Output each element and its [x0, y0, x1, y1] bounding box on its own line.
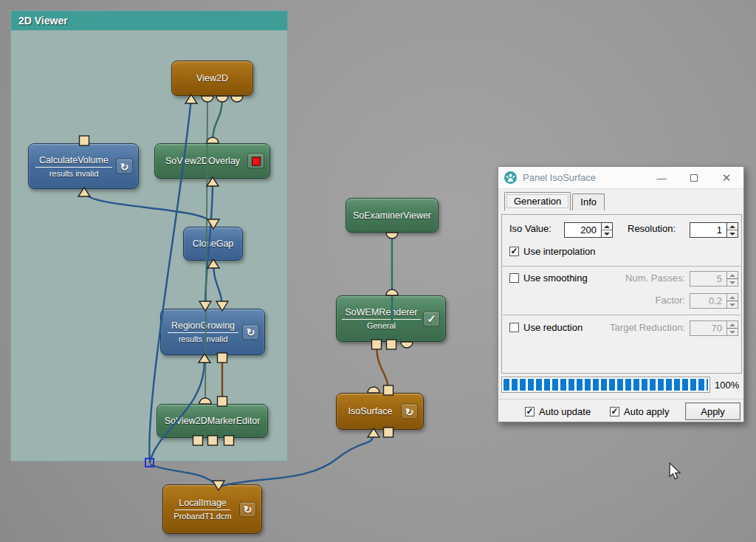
checkmark-icon: ✓ — [526, 407, 533, 416]
toggle-button[interactable]: ✓ — [423, 311, 440, 326]
connection-isosurface-wemrenderer[interactable] — [377, 345, 388, 391]
close-icon: ✕ — [722, 171, 732, 185]
node-closegap[interactable]: CloseGap — [183, 227, 243, 261]
generation-groupbox: Iso Value: 200 Resolution: 1 ✓ Use inter… — [501, 214, 742, 374]
group-title: 2D Viewer — [18, 15, 68, 27]
refresh-icon: ↻ — [405, 405, 414, 417]
group-header[interactable]: 2D Viewer — [11, 11, 287, 30]
spin-up-icon — [729, 225, 735, 228]
connector-scene-input[interactable] — [386, 233, 398, 239]
spin-up-icon — [729, 274, 735, 277]
connector-scene-output[interactable] — [386, 289, 398, 295]
node-title: SoExaminerViewer — [353, 210, 431, 221]
connection-localimage-junction[interactable] — [151, 464, 217, 487]
spin-arrows — [726, 272, 738, 286]
tab-bar: Generation Info — [504, 192, 605, 210]
maximize-button[interactable] — [683, 167, 705, 189]
separator — [503, 266, 740, 267]
node-title: CloseGap — [193, 239, 234, 249]
mouse-cursor — [668, 462, 681, 480]
auto-apply-checkbox[interactable]: ✓ — [610, 407, 619, 416]
node-title: SoWEMRenderer — [342, 307, 422, 320]
factor-label: Factor: — [656, 295, 685, 306]
node-calculatevolume[interactable]: CalculateVolume results invalid ↻ — [28, 143, 139, 189]
spin-arrows[interactable] — [601, 223, 612, 237]
node-title: View2D — [196, 73, 228, 83]
node-regiongrowing[interactable]: RegionGrowing results invalid ↻ — [160, 309, 265, 355]
target-reduction-spinbox: 70 — [690, 320, 738, 336]
node-soexaminerviewer[interactable]: SoExaminerViewer — [346, 198, 439, 233]
node-status: results invalid — [49, 169, 99, 178]
refresh-icon: ↻ — [244, 504, 252, 515]
node-title: SoView2DOverlay — [165, 156, 240, 166]
minimize-button[interactable]: — — [650, 167, 673, 189]
progress-bar-fill — [504, 379, 708, 391]
progress-percent: 100% — [715, 377, 739, 393]
progress-bar — [501, 377, 710, 393]
factor-spinbox: 0.2 — [690, 293, 738, 309]
spin-arrows — [726, 294, 738, 308]
node-soview2doverlay[interactable]: SoView2DOverlay — [154, 143, 270, 179]
separator — [503, 315, 740, 315]
target-reduction-label: Target Reduction: — [610, 322, 685, 333]
auto-update-checkbox[interactable]: ✓ — [525, 407, 535, 416]
use-smoothing-checkbox[interactable] — [509, 273, 519, 283]
auto-update-label: Auto update — [539, 406, 591, 417]
spin-arrows[interactable] — [726, 223, 738, 237]
auto-apply-label: Auto apply — [624, 406, 669, 417]
node-status: results invalid — [179, 335, 228, 343]
node-status: General — [367, 321, 396, 330]
close-button[interactable]: ✕ — [715, 167, 738, 189]
connector-scene-output[interactable] — [368, 387, 379, 393]
refresh-icon: ↻ — [120, 160, 129, 172]
use-interpolation-checkbox[interactable]: ✓ — [509, 247, 519, 256]
connector-scene-input[interactable] — [401, 342, 413, 348]
node-title: CalculateVolume — [35, 155, 112, 168]
resolution-spinbox[interactable]: 1 — [690, 222, 738, 238]
refresh-button[interactable]: ↻ — [116, 159, 133, 174]
stop-button[interactable] — [247, 154, 264, 169]
maximize-icon — [690, 174, 698, 182]
node-view2d[interactable]: View2D — [171, 61, 253, 96]
resolution-input[interactable]: 1 — [690, 223, 725, 237]
node-title: SoView2DMarkerEditor — [165, 416, 261, 426]
node-title: LocalImage — [175, 498, 230, 510]
iso-value-input[interactable]: 200 — [565, 223, 599, 237]
apply-button[interactable]: Apply — [685, 402, 740, 420]
resolution-label: Resolution: — [628, 223, 676, 234]
target-reduction-input: 70 — [690, 321, 725, 335]
spin-down-icon — [729, 281, 735, 284]
check-icon: ✓ — [427, 312, 436, 326]
node-soview2dmarkereditor[interactable]: SoView2DMarkerEditor — [157, 404, 268, 438]
spin-up-icon — [604, 225, 610, 228]
spin-down-icon — [729, 303, 735, 306]
window-titlebar[interactable]: Panel IsoSurface — ✕ — [498, 167, 743, 189]
node-sowemrenderer[interactable]: SoWEMRenderer General ✓ — [336, 295, 446, 342]
use-reduction-checkbox[interactable] — [509, 323, 519, 332]
refresh-button[interactable]: ↻ — [401, 404, 418, 419]
node-localimage[interactable]: LocalImage ProbandT1.dcm ↻ — [162, 484, 262, 534]
node-isosurface[interactable]: IsoSurface ↻ — [336, 393, 424, 430]
minimize-icon: — — [657, 173, 667, 184]
iso-value-label: Iso Value: — [509, 223, 551, 234]
stop-icon — [252, 157, 261, 165]
node-title: IsoSurface — [348, 406, 393, 416]
spin-down-icon — [729, 233, 735, 236]
spin-arrows — [726, 321, 738, 335]
checkmark-icon: ✓ — [611, 407, 618, 416]
refresh-button[interactable]: ↻ — [242, 324, 259, 340]
panel-isosurface-window: Panel IsoSurface — ✕ Generation Info Iso… — [498, 166, 744, 422]
spin-down-icon — [729, 331, 735, 334]
refresh-icon: ↻ — [247, 326, 255, 338]
spin-down-icon — [604, 233, 610, 236]
use-reduction-label: Use reduction — [523, 322, 583, 333]
spin-up-icon — [729, 323, 735, 326]
refresh-button[interactable]: ↻ — [239, 501, 256, 517]
node-title: RegionGrowing — [168, 320, 238, 333]
tab-generation[interactable]: Generation — [504, 192, 571, 210]
tab-info[interactable]: Info — [572, 193, 605, 210]
factor-input: 0.2 — [690, 294, 725, 308]
spin-up-icon — [729, 296, 735, 299]
iso-value-spinbox[interactable]: 200 — [564, 222, 613, 238]
num-passes-label: Num. Passes: — [625, 272, 685, 284]
